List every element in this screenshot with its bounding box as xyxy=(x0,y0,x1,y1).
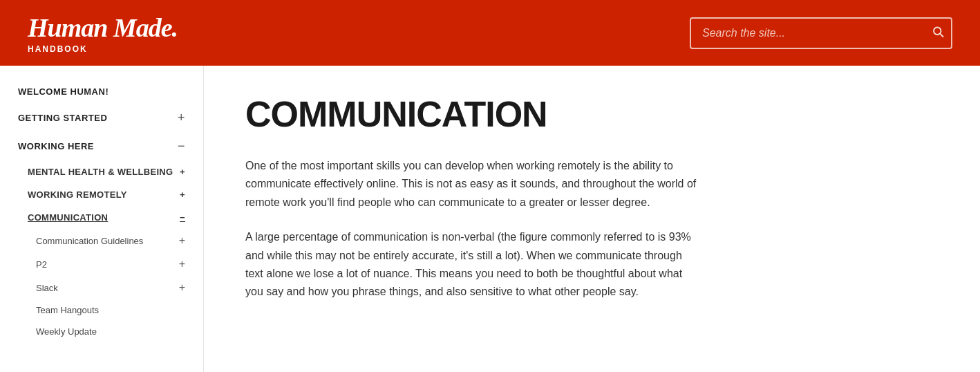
weekly-update-label: Weekly Update xyxy=(36,326,97,337)
svg-line-1 xyxy=(940,33,943,36)
search-icon xyxy=(932,25,944,41)
mental-health-toggle-icon: + xyxy=(180,167,185,177)
page-title: COMMUNICATION xyxy=(245,93,784,135)
logo-area: Human Made. HANDBOOK xyxy=(28,12,178,54)
site-header: Human Made. HANDBOOK xyxy=(0,0,980,66)
working-here-toggle-icon: − xyxy=(178,139,185,154)
communication-subnav: Communication Guidelines + P2 + Slack + … xyxy=(0,229,203,342)
sidebar-item-communication[interactable]: COMMUNICATION − xyxy=(0,206,203,229)
slack-toggle-icon: + xyxy=(179,281,185,294)
getting-started-toggle-icon: + xyxy=(178,111,185,125)
sidebar-item-getting-started-label: GETTING STARTED xyxy=(18,113,107,123)
sidebar-item-welcome[interactable]: WELCOME HUMAN! xyxy=(0,80,203,104)
working-remotely-toggle-icon: + xyxy=(180,189,185,200)
sidebar-item-weekly-update[interactable]: Weekly Update xyxy=(0,321,203,342)
sidebar-item-working-here[interactable]: WORKING HERE − xyxy=(0,132,203,160)
communication-toggle-icon: − xyxy=(180,212,185,223)
content-body: One of the most important skills you can… xyxy=(245,157,784,301)
main-content: COMMUNICATION One of the most important … xyxy=(204,66,826,372)
sidebar-item-working-here-label: WORKING HERE xyxy=(18,141,94,151)
working-here-subnav: MENTAL HEALTH & WELLBEING + WORKING REMO… xyxy=(0,160,203,342)
working-remotely-label: WORKING REMOTELY xyxy=(28,189,127,200)
sidebar: WELCOME HUMAN! GETTING STARTED + WORKING… xyxy=(0,66,204,372)
p2-toggle-icon: + xyxy=(179,258,185,270)
mental-health-label: MENTAL HEALTH & WELLBEING xyxy=(28,167,173,177)
sidebar-item-comm-guidelines[interactable]: Communication Guidelines + xyxy=(0,229,203,252)
sidebar-item-working-remotely[interactable]: WORKING REMOTELY + xyxy=(0,183,203,206)
comm-guidelines-toggle-icon: + xyxy=(179,234,185,247)
comm-guidelines-label: Communication Guidelines xyxy=(36,236,143,246)
sidebar-item-slack[interactable]: Slack + xyxy=(0,276,203,299)
paragraph-2: A large percentage of communication is n… xyxy=(245,228,701,301)
slack-label: Slack xyxy=(36,283,58,293)
sidebar-item-mental-health[interactable]: MENTAL HEALTH & WELLBEING + xyxy=(0,160,203,183)
sidebar-item-welcome-label: WELCOME HUMAN! xyxy=(18,86,109,97)
sidebar-item-p2[interactable]: P2 + xyxy=(0,252,203,276)
search-input[interactable] xyxy=(690,17,952,49)
sidebar-item-team-hangouts[interactable]: Team Hangouts xyxy=(0,299,203,321)
sidebar-item-getting-started[interactable]: GETTING STARTED + xyxy=(0,104,203,132)
communication-label: COMMUNICATION xyxy=(28,212,108,223)
team-hangouts-label: Team Hangouts xyxy=(36,305,99,315)
p2-label: P2 xyxy=(36,259,47,270)
logo-subtitle: HANDBOOK xyxy=(28,44,178,54)
page-layout: WELCOME HUMAN! GETTING STARTED + WORKING… xyxy=(0,66,980,372)
logo-text: Human Made. xyxy=(28,12,178,43)
search-container xyxy=(690,17,952,49)
paragraph-1: One of the most important skills you can… xyxy=(245,157,701,212)
